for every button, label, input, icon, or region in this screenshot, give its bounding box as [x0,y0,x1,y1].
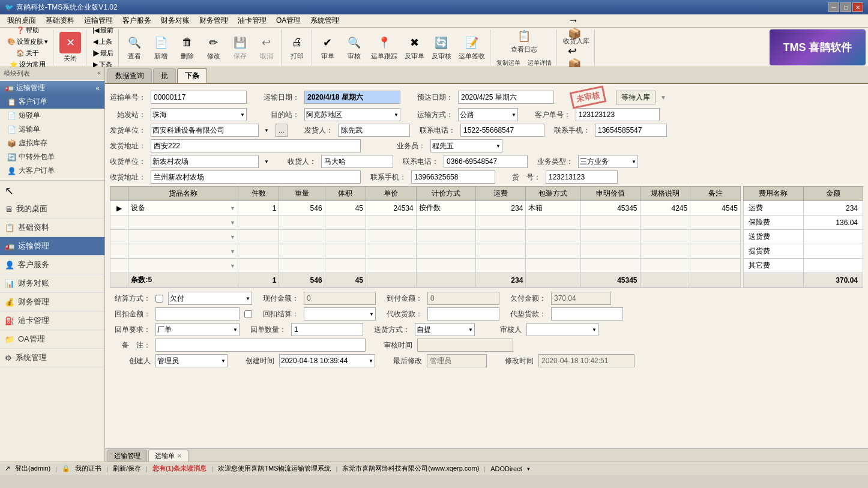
expected-date-input[interactable] [458,91,554,104]
cell-method[interactable] [416,230,475,244]
sidebar-item-customer-order[interactable]: 📋 客户订单 [0,95,104,109]
dest-dropdown[interactable]: 阿克苏地区 [304,108,400,121]
last-btn[interactable]: |▶ 最后 [90,48,116,58]
sidebar-item-short-transport[interactable]: 📄 短驳单 [0,109,104,122]
about-button[interactable]: 🏠 关于 [14,48,41,58]
cod-input[interactable] [427,307,499,321]
business-type-select[interactable]: 三方业务 [578,155,638,168]
cell-freight[interactable] [475,259,526,273]
help-button[interactable]: ❓ 帮助 [14,25,41,35]
contact-mobile-input[interactable] [595,124,667,137]
recv-addr-input[interactable] [151,170,361,184]
receive-btn[interactable]: →📦 收货入库 [561,18,592,47]
modify-time-input[interactable] [538,354,634,367]
save-button[interactable]: 💾 保存 [228,33,252,62]
sidebar-system[interactable]: ⚙ 系统管理 [0,349,104,367]
delivery-method-select[interactable]: 自提 [415,323,475,336]
return-req-dropdown[interactable]: 厂单 [155,323,240,336]
cell-pack[interactable] [526,259,580,273]
close-button[interactable]: ✕ 关闭 [57,31,83,64]
sender-input[interactable] [338,124,410,137]
tab-query[interactable]: 数据查询 [107,68,152,83]
transport-date-input[interactable] [304,91,400,104]
cancel-button[interactable]: ↩ 取消 [255,33,279,62]
cell-price[interactable] [366,259,417,273]
cell-spec[interactable] [640,215,690,230]
contact-phone-input[interactable] [460,124,544,137]
sidebar-item-virtual-stock[interactable]: 📦 虚拟库存 [0,136,104,150]
cell-price[interactable] [366,244,417,259]
edit-button[interactable]: ✏ 修改 [202,33,226,62]
origin-select[interactable]: 珠海 [151,108,247,121]
login-label[interactable]: 登出(admin) [15,464,50,473]
discount-calc-dropdown[interactable] [304,307,376,321]
payment-checkbox[interactable] [155,295,163,303]
tab-next[interactable]: 下条 [177,68,207,83]
goods-no-input[interactable] [546,170,618,184]
track-btn[interactable]: 📍 运单跟踪 [369,33,400,62]
first-btn[interactable]: |◀ 最前 [90,25,116,35]
sender-unit-select[interactable]: 西安科通设备有限公司 [151,124,259,137]
cell-pack[interactable]: 木箱 [526,201,580,215]
recv-phone-input[interactable] [444,155,528,168]
cell-weight[interactable] [279,259,325,273]
delete-button[interactable]: 🗑 删除 [175,33,199,62]
last-modifier-input[interactable] [427,354,487,367]
staff-select[interactable]: 程先五 [430,139,502,152]
creator-select[interactable]: 管理员 [155,354,228,367]
cell-method[interactable] [416,244,475,259]
cell-method[interactable] [416,259,475,273]
transport-method-dropdown[interactable]: 公路 [458,108,518,121]
cell-weight[interactable] [279,244,325,259]
cash-amount-input[interactable] [304,292,376,305]
customer-no-input[interactable] [576,108,660,121]
menu-oil[interactable]: 油卡管理 [233,14,271,27]
staff-dropdown[interactable]: 程先五 [430,139,502,152]
print-button[interactable]: 🖨 打印 [285,33,309,62]
sidebar-transport-mgmt[interactable]: 🚛 运输管理 [0,237,104,256]
delivery-method-dropdown[interactable]: 自提 [415,323,475,336]
sidebar-desktop[interactable]: 🖥 我的桌面 [0,200,104,218]
sidebar-finance-mgmt[interactable]: 💰 财务管理 [0,293,104,312]
menu-customer[interactable]: 客户服务 [118,14,156,27]
tab-batch[interactable]: 批 [153,68,176,83]
sidebar-item-transfer[interactable]: 🔄 中转外包单 [0,150,104,164]
note-input[interactable] [155,339,366,352]
cell-pack[interactable] [526,230,580,244]
tab-close-icon[interactable]: ✕ [177,453,182,459]
receiver-input[interactable] [321,155,393,168]
cell-count[interactable] [238,259,279,273]
reviewer-dropdown[interactable] [526,323,598,336]
cell-spec[interactable] [640,244,690,259]
transport-method-select[interactable]: 公路 [458,108,518,121]
cell-weight[interactable] [279,230,325,244]
cell-pack[interactable] [526,215,580,230]
receiver-unit-dropdown[interactable]: 新农村农场 [151,155,271,168]
cell-note[interactable]: 4545 [690,201,741,215]
login-btn[interactable]: ↗ [5,465,10,472]
create-time-dropdown[interactable]: 2020-04-18 10:39:44 [279,354,375,367]
sidebar-item-transport-order[interactable]: 📄 运输单 [0,122,104,136]
cell-count[interactable] [238,244,279,259]
view-button[interactable]: 🔍 查看 [122,33,146,62]
cell-price[interactable] [366,230,417,244]
cell-weight[interactable] [279,215,325,230]
cell-name[interactable]: 设备 ▼ [128,201,238,215]
cell-note[interactable] [690,259,741,273]
cell-name[interactable]: ▼ [128,244,238,259]
certificate-label[interactable]: 我的证书 [75,464,101,473]
menu-finance-mgmt[interactable]: 财务管理 [194,14,233,27]
review-btn[interactable]: ✔ 审单 [316,33,340,62]
payment-dropdown[interactable]: 欠付 [168,292,252,305]
window-controls[interactable]: ─ □ ✕ [828,2,863,12]
menu-system[interactable]: 系统管理 [306,14,344,27]
sender-unit-dropdown[interactable]: 西安科通设备有限公司 [151,124,271,137]
cell-freight[interactable]: 234 [475,201,526,215]
cell-method[interactable]: 按件数 [416,201,475,215]
close-btn[interactable]: ✕ [852,2,863,12]
menu-finance[interactable]: 财务对账 [156,14,194,27]
cell-volume[interactable] [325,244,366,259]
bottom-tab-transport-order[interactable]: 运输单 ✕ [148,450,188,462]
minimize-btn[interactable]: ─ [828,2,839,12]
sign-btn[interactable]: 📝 运单签收 [456,33,487,62]
